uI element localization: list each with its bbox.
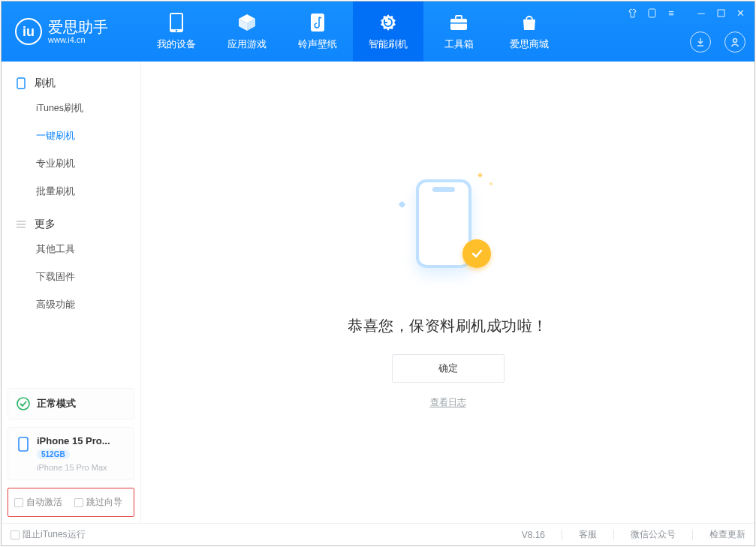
svg-rect-10 [17, 78, 25, 89]
sidebar-item-pro-flash[interactable]: 专业刷机 [2, 150, 140, 178]
svg-rect-6 [456, 16, 462, 20]
main-nav: 我的设备 应用游戏 铃声壁纸 智能刷机 工具箱 爱思商城 [141, 2, 565, 62]
bag-icon [519, 12, 540, 33]
svg-point-9 [733, 39, 737, 43]
ok-button[interactable]: 确定 [392, 354, 505, 383]
version-label: V8.16 [522, 530, 545, 540]
main-content: 恭喜您，保资料刷机成功啦！ 确定 查看日志 [141, 62, 754, 523]
toolbox-icon [448, 12, 469, 33]
check-update-link[interactable]: 检查更新 [709, 528, 745, 541]
account-button[interactable] [724, 32, 745, 53]
refresh-gear-icon [378, 12, 399, 33]
cube-icon [236, 12, 258, 33]
success-message: 恭喜您，保资料刷机成功啦！ [348, 316, 548, 336]
sidebar-item-batch-flash[interactable]: 批量刷机 [2, 178, 140, 206]
nav-apps[interactable]: 应用游戏 [212, 2, 282, 62]
sidebar: 刷机 iTunes刷机 一键刷机 专业刷机 批量刷机 更多 其他工具 下载固件 … [2, 62, 141, 523]
sidebar-group-more: 更多 [2, 213, 140, 236]
skin-icon[interactable] [625, 6, 639, 20]
nav-flash-label: 智能刷机 [369, 38, 408, 51]
sidebar-item-other-tools[interactable]: 其他工具 [2, 236, 140, 263]
logo-icon: iu [15, 18, 42, 45]
device-mode-card[interactable]: 正常模式 [8, 388, 134, 419]
device-fullname: iPhone 15 Pro Max [37, 463, 126, 472]
nav-store[interactable]: 爱思商城 [494, 2, 565, 62]
device-phone-icon [16, 437, 31, 452]
wechat-link[interactable]: 微信公众号 [631, 528, 676, 541]
support-link[interactable]: 客服 [579, 528, 597, 541]
checkbox-block-itunes[interactable]: 阻止iTunes运行 [11, 528, 86, 541]
logo: iu 爱思助手 www.i4.cn [2, 18, 141, 45]
download-button[interactable] [690, 32, 711, 53]
more-icon [15, 218, 27, 230]
nav-ringtones[interactable]: 铃声壁纸 [282, 2, 353, 62]
svg-rect-3 [311, 14, 324, 32]
sidebar-group-flash: 刷机 [2, 72, 140, 95]
svg-rect-8 [718, 10, 724, 17]
checkbox-skip-guide[interactable]: 跳过向导 [74, 496, 122, 509]
checkbox-auto-activate[interactable]: 自动激活 [14, 496, 62, 509]
nav-tools-label: 工具箱 [444, 38, 474, 51]
svg-point-11 [17, 398, 29, 410]
app-title: 爱思助手 [48, 20, 108, 35]
nav-tools[interactable]: 工具箱 [423, 2, 494, 62]
svg-rect-12 [19, 437, 28, 451]
sidebar-item-oneclick-flash[interactable]: 一键刷机 [2, 122, 140, 150]
view-log-link[interactable]: 查看日志 [430, 396, 466, 409]
svg-rect-4 [450, 19, 467, 30]
status-ok-icon [16, 396, 31, 411]
maximize-button[interactable] [714, 6, 727, 20]
phone-icon [166, 12, 187, 33]
close-button[interactable]: ✕ [733, 6, 747, 20]
app-header: iu 爱思助手 www.i4.cn 我的设备 应用游戏 铃声壁纸 智能刷机 [2, 2, 754, 62]
svg-point-2 [176, 30, 178, 32]
device-card[interactable]: iPhone 15 Pro... 512GB iPhone 15 Pro Max [8, 427, 134, 480]
svg-rect-1 [171, 14, 182, 29]
phone-small-icon [15, 77, 27, 89]
status-bar: 阻止iTunes运行 V8.16 客服 微信公众号 检查更新 [2, 523, 754, 545]
feedback-icon[interactable] [645, 6, 658, 20]
device-name: iPhone 15 Pro... [37, 435, 126, 446]
nav-device[interactable]: 我的设备 [141, 2, 212, 62]
window-controls: ≡ ─ ✕ [625, 6, 747, 20]
success-illustration [399, 176, 497, 281]
device-capacity-badge: 512GB [37, 449, 70, 459]
minimize-button[interactable]: ─ [694, 6, 708, 20]
music-icon [307, 12, 328, 33]
sidebar-item-firmware[interactable]: 下载固件 [2, 263, 140, 291]
sidebar-item-itunes-flash[interactable]: iTunes刷机 [2, 95, 140, 122]
options-highlight-box: 自动激活 跳过向导 [8, 488, 134, 517]
nav-device-label: 我的设备 [157, 38, 196, 51]
nav-flash[interactable]: 智能刷机 [353, 2, 423, 62]
check-icon [462, 239, 491, 268]
svg-rect-7 [649, 9, 655, 17]
svg-rect-5 [450, 23, 467, 24]
nav-apps-label: 应用游戏 [227, 38, 267, 51]
app-site: www.i4.cn [48, 36, 108, 44]
device-mode-label: 正常模式 [37, 397, 76, 410]
nav-store-label: 爱思商城 [510, 38, 549, 51]
menu-icon[interactable]: ≡ [664, 6, 678, 20]
nav-ringtones-label: 铃声壁纸 [298, 38, 337, 51]
sidebar-item-advanced[interactable]: 高级功能 [2, 291, 140, 319]
